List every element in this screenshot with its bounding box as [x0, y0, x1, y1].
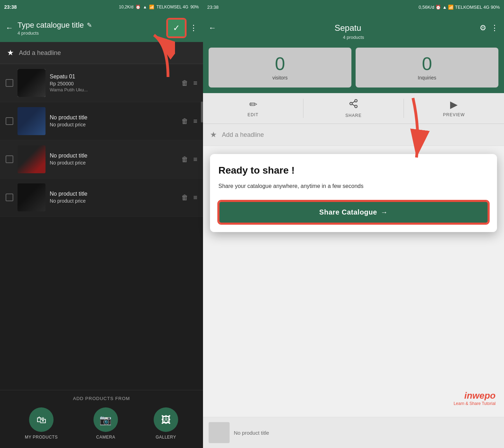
product-4-actions: 🗑 ≡: [181, 194, 197, 202]
product-2-drag-icon[interactable]: ≡: [193, 117, 197, 125]
battery-label: 90%: [190, 5, 199, 9]
product-1-actions: 🗑 ≡: [181, 79, 197, 87]
action-buttons-row: ✏ EDIT SHARE ▶ PREVIEW: [203, 93, 504, 124]
wifi-icon: ▲: [143, 5, 147, 9]
product-3-checkbox[interactable]: [6, 155, 13, 163]
left-star-icon: ★: [7, 48, 14, 57]
left-time: 23:38: [4, 4, 17, 10]
right-headline-text: Add a headline: [222, 131, 264, 139]
add-products-buttons: 🛍 MY PRODUCTS 📷 CAMERA 🖼 GALLERY: [0, 407, 203, 440]
right-star-icon: ★: [210, 130, 217, 139]
right-product-count: 4 products: [343, 35, 364, 40]
left-status-bar: 23:38 10,2K/d ⏰ ▲ 📶 TELKOMSEL 4G 90%: [0, 0, 203, 14]
right-network-speed: 0,56K/d: [419, 5, 434, 10]
product-4-name: No product title: [50, 191, 177, 197]
visitors-card: 0 visitors: [209, 48, 351, 88]
share-modal: Ready to share ! Share your catalogue an…: [210, 154, 497, 232]
bottom-product-row: No product title: [209, 422, 498, 443]
shoe-image-1: [18, 69, 46, 97]
product-2-name: No product title: [50, 114, 177, 121]
right-catalogue-title: Sepatu: [220, 23, 475, 33]
product-1-thumbnail: [18, 69, 46, 97]
product-2-delete-icon[interactable]: 🗑: [181, 117, 188, 125]
share-action-label: SHARE: [345, 113, 362, 118]
shoe-image-2: [18, 107, 46, 135]
product-1-delete-icon[interactable]: 🗑: [181, 79, 188, 87]
left-title-row: Type catalogue title ✎: [18, 21, 163, 30]
product-2-thumbnail: [18, 107, 46, 135]
my-products-label: MY PRODUCTS: [25, 435, 58, 440]
product-4-info: No product title No product price: [50, 191, 177, 204]
my-products-button[interactable]: 🛍 MY PRODUCTS: [25, 407, 58, 440]
visitors-count: 0: [216, 55, 344, 73]
product-3-info: No product title No product price: [50, 153, 177, 166]
product-1-drag-icon[interactable]: ≡: [193, 79, 197, 87]
product-1-desc: Warna Putih Uku...: [50, 87, 177, 92]
watermark-text: inwepo: [454, 390, 496, 401]
watermark-container: inwepo Learn & Share Tutorial: [454, 390, 496, 406]
svg-point-3: [355, 105, 357, 108]
gallery-button[interactable]: 🖼 GALLERY: [154, 407, 178, 440]
right-app-bar: ← Sepatu ⚙ ⋮ 4 products: [203, 14, 504, 42]
edit-label: EDIT: [247, 112, 258, 117]
right-time: 23:38: [207, 5, 219, 10]
right-back-button[interactable]: ←: [209, 23, 216, 33]
camera-button[interactable]: 📷 CAMERA: [93, 407, 118, 440]
shoe-image-3: [18, 145, 46, 173]
right-settings-button[interactable]: ⚙: [479, 23, 486, 33]
product-3-delete-icon[interactable]: 🗑: [181, 155, 188, 163]
my-products-icon: 🛍: [29, 407, 54, 432]
product-1-checkbox[interactable]: [6, 79, 13, 87]
product-4-price: No product price: [50, 198, 177, 204]
left-catalogue-title: Type catalogue title: [18, 21, 84, 30]
product-item-3: No product title No product price 🗑 ≡: [0, 140, 203, 178]
product-3-name: No product title: [50, 153, 177, 159]
product-4-checkbox[interactable]: [6, 194, 13, 201]
bottom-product-thumbnail: [209, 422, 230, 443]
edit-title-icon[interactable]: ✎: [87, 21, 92, 29]
share-arrow-icon: →: [380, 208, 388, 216]
product-3-drag-icon[interactable]: ≡: [193, 155, 197, 163]
product-3-thumbnail: [18, 145, 46, 173]
product-2-actions: 🗑 ≡: [181, 117, 197, 125]
product-2-info: No product title No product price: [50, 114, 177, 128]
share-arrow-indicator: [392, 94, 434, 166]
network-speed: 10,2K/d: [119, 5, 133, 9]
left-more-button[interactable]: ⋮: [190, 23, 197, 33]
stats-row: 0 visitors 0 Inquiries: [203, 42, 504, 93]
product-2-checkbox[interactable]: [6, 117, 13, 125]
add-products-label: ADD PRODUCTS FROM: [0, 396, 203, 401]
svg-line-5: [352, 102, 355, 103]
right-carrier-label: TELKOMSEL 4G: [455, 5, 490, 10]
right-bottom-product: No product title: [203, 417, 504, 448]
right-more-button[interactable]: ⋮: [491, 23, 498, 33]
inquiries-label: Inquiries: [363, 75, 491, 80]
right-signal-icon: 📶: [448, 5, 454, 10]
share-catalogue-button[interactable]: Share Catalogue →: [218, 201, 489, 224]
watermark-subtitle: Learn & Share Tutorial: [454, 401, 496, 406]
product-4-delete-icon[interactable]: 🗑: [181, 194, 188, 202]
product-4-thumbnail: [18, 183, 46, 211]
right-status-icons: 0,56K/d ⏰ ▲ 📶 TELKOMSEL 4G 90%: [419, 5, 500, 10]
inquiries-count: 0: [363, 55, 491, 73]
left-panel: 23:38 10,2K/d ⏰ ▲ 📶 TELKOMSEL 4G 90% ← T…: [0, 0, 203, 448]
right-status-bar: 23:38 0,56K/d ⏰ ▲ 📶 TELKOMSEL 4G 90%: [203, 0, 504, 14]
left-bottom-section: ADD PRODUCTS FROM 🛍 MY PRODUCTS 📷 CAMERA…: [0, 390, 203, 448]
edit-button[interactable]: ✏ EDIT: [203, 99, 303, 118]
product-2-price: No product price: [50, 122, 177, 127]
bottom-product-title: No product title: [234, 430, 269, 436]
alarm-icon: ⏰: [135, 5, 141, 9]
right-headline-section[interactable]: ★ Add a headline: [203, 124, 504, 146]
shoe-image-4: [18, 183, 46, 211]
product-4-drag-icon[interactable]: ≡: [193, 194, 197, 202]
svg-point-2: [350, 103, 352, 105]
gallery-icon: 🖼: [154, 407, 178, 432]
right-wifi-icon: ▲: [442, 5, 447, 10]
left-product-list: Sepatu 01 Rp 250000 Warna Putih Uku... 🗑…: [0, 64, 203, 390]
share-catalogue-label: Share Catalogue: [319, 208, 377, 216]
inquiries-card: 0 Inquiries: [356, 48, 498, 88]
share-action-button[interactable]: SHARE: [303, 99, 404, 118]
left-back-button[interactable]: ←: [6, 23, 13, 33]
left-status-icons: 10,2K/d ⏰ ▲ 📶 TELKOMSEL 4G 90%: [119, 5, 199, 9]
carrier-label: TELKOMSEL 4G: [156, 5, 188, 9]
